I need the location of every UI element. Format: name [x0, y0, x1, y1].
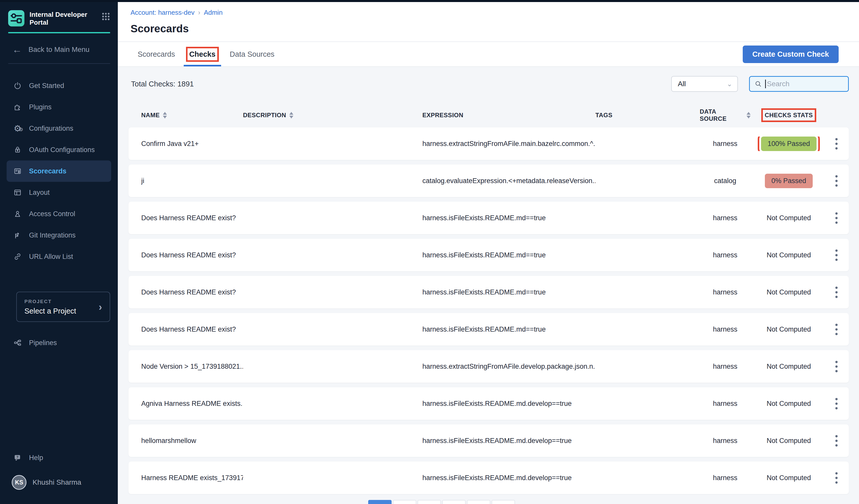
table-row[interactable]: Agniva Harness README exists... harness.… — [129, 387, 849, 420]
table-row[interactable]: Does Harness README exist? harness.isFil… — [129, 313, 849, 346]
project-value: Select a Project — [25, 307, 99, 315]
git-branch-icon — [13, 231, 22, 240]
sidebar-item-label: Scorecards — [29, 167, 66, 175]
help-chat-icon: ? — [13, 454, 22, 462]
table-row[interactable]: Does Harness README exist? harness.isFil… — [129, 239, 849, 271]
link-icon — [13, 252, 22, 261]
sidebar-item-pipelines[interactable]: Pipelines — [0, 332, 118, 353]
tabs-bar: Scorecards Checks Data Sources Create Cu… — [118, 42, 859, 67]
apps-grid-icon[interactable] — [102, 12, 110, 22]
user-menu[interactable]: KS Khushi Sharma — [0, 475, 118, 504]
table-row[interactable]: Confirm Java v21+ harness.extractStringF… — [129, 127, 849, 160]
column-header-checks-stats: CHECKS STATS — [751, 112, 827, 119]
pagination[interactable] — [368, 500, 515, 504]
sidebar-item-layout[interactable]: Layout — [0, 182, 118, 203]
tab-scorecards[interactable]: Scorecards — [131, 42, 182, 66]
table-row[interactable]: ji catalog.evaluateExpression.<+metadata… — [129, 165, 849, 197]
cell-data-source: harness — [700, 251, 751, 259]
puzzle-icon — [13, 103, 22, 111]
table-row[interactable]: Harness README exists_173917... harness.… — [129, 461, 849, 494]
cell-data-source: catalog — [700, 177, 751, 185]
row-menu-kebab-icon[interactable] — [833, 173, 840, 189]
table-header: NAME DESCRIPTION EXPRESSION TAGS DATA SO… — [129, 108, 849, 123]
sidebar-item-access-control[interactable]: Access Control — [0, 203, 118, 225]
row-menu-kebab-icon[interactable] — [833, 470, 840, 486]
table-row[interactable]: Does Harness README exist? harness.isFil… — [129, 202, 849, 234]
cell-data-source: harness — [700, 288, 751, 296]
idp-logo — [8, 10, 25, 27]
table-row[interactable]: hellomarshmellow harness.isFileExists.RE… — [129, 424, 849, 457]
cell-checks-stats: Not Computed — [751, 437, 827, 445]
tab-label: Scorecards — [138, 50, 175, 59]
cell-data-source: harness — [700, 474, 751, 482]
table-row[interactable]: Does Harness README exist? harness.isFil… — [129, 276, 849, 308]
cell-data-source: harness — [700, 140, 751, 148]
column-header-description[interactable]: DESCRIPTION — [243, 112, 422, 119]
gears-icon: ⚙ — [13, 124, 22, 133]
row-menu-kebab-icon[interactable] — [833, 247, 840, 263]
cell-data-source: harness — [700, 437, 751, 445]
sidebar-item-configurations[interactable]: ⚙ Configurations — [0, 118, 118, 139]
column-header-label-annotated: CHECKS STATS — [765, 112, 813, 119]
sidebar-item-git-integrations[interactable]: Git Integrations — [0, 225, 118, 246]
tab-label-annotated: Checks — [189, 50, 215, 59]
row-menu-kebab-icon[interactable] — [833, 285, 840, 300]
row-menu-kebab-icon[interactable] — [833, 136, 840, 152]
column-header-data-source[interactable]: DATA SOURCE — [700, 108, 751, 122]
page-title: Scorecards — [131, 22, 859, 35]
row-menu-kebab-icon[interactable] — [833, 433, 840, 448]
tab-label: Data Sources — [230, 50, 274, 59]
cell-checks-stats: Not Computed — [751, 214, 827, 222]
breadcrumb-account-link[interactable]: Account: harness-dev — [131, 9, 194, 17]
cell-expression: harness.isFileExists.README.md==true — [422, 251, 596, 259]
cell-expression: harness.extractStringFromAFile.main.baze… — [422, 140, 596, 148]
search-input[interactable]: Search — [749, 76, 849, 92]
cell-name: Agniva Harness README exists... — [141, 400, 243, 408]
row-menu-kebab-icon[interactable] — [833, 210, 840, 226]
project-label: PROJECT — [25, 299, 99, 304]
sidebar-item-help[interactable]: ? Help — [0, 447, 118, 469]
cell-data-source: harness — [700, 214, 751, 222]
cell-checks-stats: Not Computed — [751, 251, 827, 259]
cell-expression: catalog.evaluateExpression.<+metadata.re… — [422, 177, 596, 185]
sidebar-item-get-started[interactable]: Get Started — [0, 75, 118, 96]
cell-name: Harness README exists_173917... — [141, 474, 243, 482]
sidebar-header: Internal Developer Portal — [0, 0, 118, 33]
sidebar-item-url-allow-list[interactable]: URL Allow List — [0, 246, 118, 267]
page-button[interactable] — [393, 500, 416, 504]
status-badge: Not Computed — [767, 325, 811, 333]
row-menu-kebab-icon[interactable] — [833, 359, 840, 374]
column-header-expression: EXPRESSION — [422, 112, 596, 119]
tab-data-sources[interactable]: Data Sources — [223, 42, 282, 66]
filter-value: All — [678, 80, 727, 88]
page-button[interactable] — [492, 500, 515, 504]
project-selector[interactable]: PROJECT Select a Project › — [16, 292, 110, 322]
cell-expression: harness.isFileExists.README.md==true — [422, 288, 596, 296]
filter-dropdown[interactable]: All ⌄ — [671, 76, 738, 92]
row-menu-kebab-icon[interactable] — [833, 396, 840, 411]
cell-checks-stats: Not Computed — [751, 363, 827, 370]
create-custom-check-button[interactable]: Create Custom Check — [743, 46, 839, 63]
tab-checks[interactable]: Checks — [182, 42, 223, 66]
sidebar-item-label: OAuth Configurations — [29, 146, 95, 154]
row-menu-kebab-icon[interactable] — [833, 322, 840, 337]
page-button[interactable] — [442, 500, 466, 504]
sidebar-item-oauth-configurations[interactable]: OAuth Configurations — [0, 139, 118, 161]
page-button[interactable] — [418, 500, 441, 504]
back-to-main-menu[interactable]: ← Back to Main Menu — [0, 33, 118, 54]
sidebar-item-plugins[interactable]: Plugins — [0, 96, 118, 118]
column-header-name[interactable]: NAME — [141, 112, 243, 119]
cell-name: hellomarshmellow — [141, 437, 243, 445]
table-row[interactable]: Node Version > 15_1739188021... harness.… — [129, 350, 849, 383]
chevron-right-icon: › — [99, 301, 102, 313]
search-icon — [754, 80, 762, 88]
search-placeholder: Search — [767, 80, 789, 88]
page-button[interactable] — [467, 500, 490, 504]
text-cursor — [765, 80, 766, 88]
sidebar-item-label: Help — [29, 454, 43, 462]
breadcrumb-admin-link[interactable]: Admin — [204, 9, 223, 17]
sidebar-item-scorecards[interactable]: Scorecards — [6, 161, 111, 182]
page-button-active[interactable] — [368, 500, 392, 504]
cell-name: ji — [141, 177, 243, 185]
sidebar-item-label: URL Allow List — [29, 253, 73, 261]
